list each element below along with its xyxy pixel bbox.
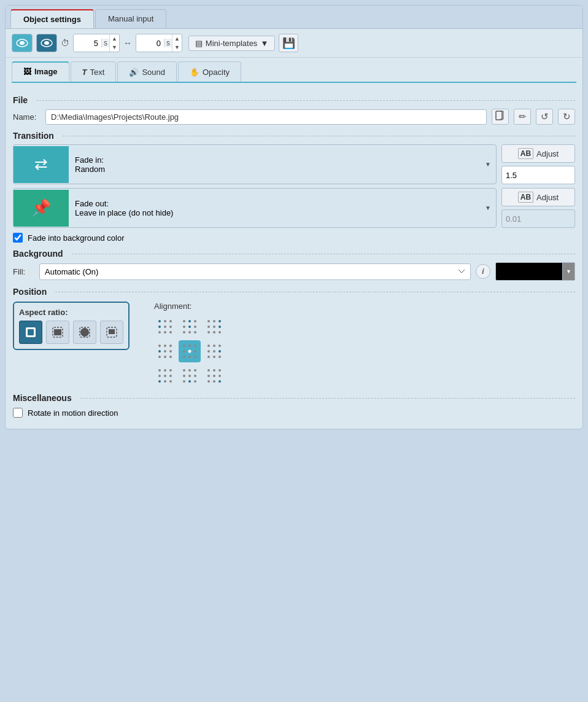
file-browse-button[interactable] [492,109,509,125]
fade-in-duration-input[interactable]: 1.5 [502,168,583,182]
svg-point-50 [188,345,191,347]
svg-point-78 [194,369,196,372]
browse-icon [495,111,505,123]
align-center[interactable] [179,340,201,362]
svg-point-68 [164,369,166,372]
svg-point-84 [194,380,196,383]
aspect-ratio-box: Aspect ratio: [13,302,130,350]
tab-manual-input[interactable]: Manual input [95,9,166,28]
svg-point-72 [169,375,172,377]
svg-point-25 [183,326,185,328]
align-bottom-left[interactable] [154,365,176,387]
align-bottom-right[interactable] [203,365,225,387]
rotate-checkbox[interactable] [13,408,23,418]
svg-point-45 [169,350,172,353]
fade-out-right: AB Adjust 0.01 s ▲ ▼ [501,188,575,228]
svg-point-70 [158,375,161,377]
file-redo-button[interactable]: ↻ [558,109,575,125]
svg-point-44 [164,350,166,353]
fade-in-text: Fade in: Random [69,155,480,174]
offset-arrows[interactable]: ▲ ▼ [172,34,182,52]
svg-rect-4 [496,111,502,120]
svg-point-88 [207,375,210,377]
background-section-header: Background [13,249,575,259]
fade-in-adjust-button[interactable]: AB Adjust [501,144,575,163]
offset-up[interactable]: ▲ [172,34,182,43]
svg-point-35 [213,326,215,328]
transition-section-label: Transition [13,131,54,141]
svg-point-38 [213,331,215,333]
duration-spinner[interactable]: 5 s ▲ ▼ [73,34,120,52]
tab-object-settings[interactable]: Object settings [10,9,94,28]
file-section-header: File [13,95,575,105]
fade-in-thumb: ⇄ [14,146,69,183]
fill-info-button[interactable]: i [476,264,490,279]
svg-point-13 [158,320,161,322]
tab-text[interactable]: T Text [71,61,117,82]
ar-stretch-button[interactable] [73,321,96,344]
duration-input[interactable]: 5 [74,37,101,50]
file-name-value[interactable]: D:\Media\Images\Projects\Route.jpg [45,109,487,125]
eye-toggle-button[interactable] [36,34,57,52]
fade-out-thumb: 📌 [14,190,69,227]
redo-icon: ↻ [563,111,571,122]
alignment-grid [154,316,225,387]
svg-point-34 [207,326,210,328]
aspect-ratio-icons [19,321,123,344]
save-button[interactable]: 💾 [279,34,298,52]
fade-bg-label: Fade into background color [28,233,125,243]
mini-templates-button[interactable]: ▤ Mini-templates ▼ [188,36,275,51]
align-middle-left[interactable] [154,340,176,362]
fade-in-select[interactable]: ⇄ Fade in: Random ▼ [13,144,497,184]
duration-arrows[interactable]: ▲ ▼ [109,34,119,52]
svg-point-58 [207,345,210,347]
fade-bg-checkbox[interactable] [13,233,23,243]
tab-image[interactable]: 🖼 Image [12,61,69,82]
text-tab-icon: T [82,68,87,77]
fade-in-label2: Random [75,165,474,174]
file-edit-button[interactable]: ✏ [514,109,531,125]
svg-point-93 [219,380,221,383]
svg-point-47 [164,356,166,358]
align-top-right[interactable] [203,316,225,338]
offset-input[interactable]: 0 [136,37,164,50]
fade-out-adjust-button[interactable]: AB Adjust [501,188,575,206]
align-middle-right[interactable] [203,340,225,362]
fade-out-label1: Fade out: [75,199,474,208]
svg-point-64 [207,356,210,358]
align-top-center[interactable] [179,316,201,338]
mask-toggle-button[interactable] [12,34,33,52]
offset-spinner[interactable]: 0 s ▲ ▼ [136,34,182,52]
main-tab-bar: Object settings Manual input [6,6,582,29]
background-fill-row: Fill: Automatic (On) None Stretch Tile i… [13,262,575,281]
fade-out-duration-input[interactable]: 0.01 [502,212,583,226]
duration-up[interactable]: ▲ [110,34,119,43]
svg-point-85 [207,369,210,372]
fill-select[interactable]: Automatic (On) None Stretch Tile [39,263,471,280]
svg-point-31 [207,320,210,322]
misc-divider [80,398,575,399]
svg-point-42 [169,345,172,347]
align-top-left[interactable] [154,316,176,338]
svg-point-20 [164,331,166,333]
fade-in-label1: Fade in: [75,155,474,165]
align-bottom-center[interactable] [179,365,201,387]
ar-custom-button[interactable] [100,321,123,344]
ar-fit-button[interactable] [46,321,69,344]
svg-point-51 [194,345,196,347]
fade-out-select[interactable]: 📌 Fade out: Leave in place (do not hide)… [13,188,497,228]
ar-fill-button[interactable] [19,321,42,344]
fade-out-duration-spinner[interactable]: 0.01 s ▲ ▼ [501,209,575,228]
offset-down[interactable]: ▼ [172,43,182,52]
tab-sound[interactable]: 🔊 Sound [117,61,177,82]
mini-templates-icon: ▤ [195,39,203,48]
tab-opacity[interactable]: ✋ Opacity [178,61,241,82]
mask-icon [16,39,28,47]
fade-in-duration-spinner[interactable]: 1.5 s ▲ ▼ [501,166,575,184]
duration-down[interactable]: ▼ [110,43,119,52]
color-swatch-button[interactable]: ▼ [495,262,575,281]
background-divider [72,254,575,254]
file-refresh-button[interactable]: ↺ [536,109,553,125]
fade-out-label2: Leave in place (do not hide) [75,208,474,217]
svg-point-83 [188,380,191,383]
